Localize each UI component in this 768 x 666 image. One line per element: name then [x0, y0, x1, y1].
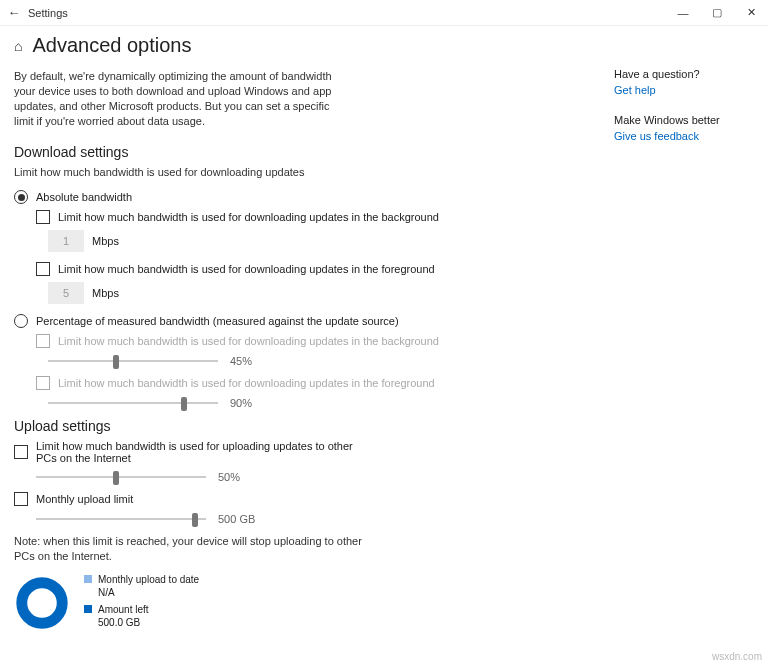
intro-text: By default, we're dynamically optimizing…: [14, 69, 344, 128]
legend2-value: 500.0 GB: [98, 616, 149, 629]
slider-pct-bg: [48, 354, 218, 368]
bg-limit-unit: Mbps: [92, 235, 119, 247]
radio-percentage-label: Percentage of measured bandwidth (measur…: [36, 315, 399, 327]
pct-fg-value: 90%: [230, 397, 280, 409]
page-title: Advanced options: [32, 34, 191, 57]
checkbox-upload-limit[interactable]: [14, 445, 28, 459]
side-panel: Have a question? Get help Make Windows b…: [614, 34, 754, 633]
fg-limit-label: Limit how much bandwidth is used for dow…: [58, 263, 435, 275]
radio-absolute-bandwidth[interactable]: [14, 190, 28, 204]
fg-limit-unit: Mbps: [92, 287, 119, 299]
upload-heading: Upload settings: [14, 418, 484, 434]
slider-monthly-limit[interactable]: [36, 512, 206, 526]
back-button[interactable]: ←: [0, 5, 28, 20]
checkbox-monthly-limit[interactable]: [14, 492, 28, 506]
titlebar: ← Settings — ▢ ✕: [0, 0, 768, 26]
download-heading: Download settings: [14, 144, 484, 160]
checkbox-fg-limit[interactable]: [36, 262, 50, 276]
pct-bg-value: 45%: [230, 355, 280, 367]
radio-percentage-bandwidth[interactable]: [14, 314, 28, 328]
legend-swatch-uploaded: [84, 575, 92, 583]
pct-bg-label: Limit how much bandwidth is used for dow…: [58, 335, 439, 347]
checkbox-pct-bg: [36, 334, 50, 348]
fg-limit-input[interactable]: 5: [48, 282, 84, 304]
bg-limit-input[interactable]: 1: [48, 230, 84, 252]
checkbox-bg-limit[interactable]: [36, 210, 50, 224]
legend1-value: N/A: [98, 586, 199, 599]
upload-note: Note: when this limit is reached, your d…: [14, 534, 374, 563]
slider-upload-limit[interactable]: [36, 470, 206, 484]
home-icon[interactable]: ⌂: [14, 38, 22, 54]
upload-limit-label: Limit how much bandwidth is used for upl…: [36, 440, 356, 464]
upload-limit-value: 50%: [218, 471, 268, 483]
svg-point-0: [22, 583, 62, 623]
close-button[interactable]: ✕: [734, 0, 768, 26]
legend1-title: Monthly upload to date: [98, 573, 199, 586]
radio-absolute-label: Absolute bandwidth: [36, 191, 132, 203]
window-controls: — ▢ ✕: [666, 0, 768, 26]
pct-fg-label: Limit how much bandwidth is used for dow…: [58, 377, 435, 389]
get-help-link[interactable]: Get help: [614, 84, 754, 96]
slider-pct-fg: [48, 396, 218, 410]
legend-swatch-left: [84, 605, 92, 613]
monthly-limit-label: Monthly upload limit: [36, 493, 133, 505]
download-desc: Limit how much bandwidth is used for dow…: [14, 166, 484, 178]
window-title: Settings: [28, 7, 68, 19]
checkbox-pct-fg: [36, 376, 50, 390]
feedback-link[interactable]: Give us feedback: [614, 130, 754, 142]
feedback-heading: Make Windows better: [614, 114, 754, 126]
help-heading: Have a question?: [614, 68, 754, 80]
maximize-button[interactable]: ▢: [700, 0, 734, 26]
monthly-limit-value: 500 GB: [218, 513, 268, 525]
watermark: wsxdn.com: [712, 651, 762, 662]
upload-donut-chart: [14, 575, 70, 631]
legend2-title: Amount left: [98, 603, 149, 616]
bg-limit-label: Limit how much bandwidth is used for dow…: [58, 211, 439, 223]
upload-legend: Monthly upload to date N/A Amount left 5…: [84, 573, 199, 633]
minimize-button[interactable]: —: [666, 0, 700, 26]
main-panel: ⌂ Advanced options By default, we're dyn…: [14, 34, 484, 633]
